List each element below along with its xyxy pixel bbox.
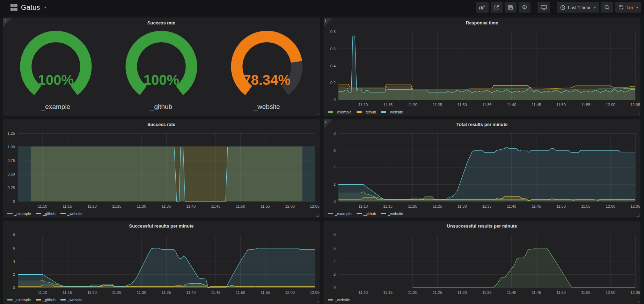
x-axis-label: 12:00 <box>606 290 615 295</box>
x-axis-label: 11:25 <box>433 290 442 295</box>
x-axis-label: 11:50 <box>236 204 245 208</box>
x-axis-label: 11:45 <box>211 204 220 208</box>
x-axis-label: 11:20 <box>87 290 97 295</box>
y-axis-label: 2 <box>334 182 336 186</box>
legend-label: _website <box>335 298 350 302</box>
gauge-website: 78.34% _website <box>214 28 320 116</box>
legend-label: _example <box>14 212 31 216</box>
panel-total-results: i Total results per minute 0246811:1011:… <box>323 119 641 218</box>
legend-item-_github[interactable]: _github <box>36 212 56 216</box>
chart-response-time[interactable]: 00.20.40.60.811:1011:1511:2011:2511:3011… <box>324 18 640 116</box>
x-axis-label: 11:25 <box>433 204 442 208</box>
x-axis-label: 11:20 <box>408 290 417 295</box>
panel-title[interactable]: Response time <box>324 20 640 25</box>
x-axis-label: 11:55 <box>581 290 591 295</box>
legend-swatch <box>60 299 66 301</box>
x-axis-label: 11:20 <box>408 103 417 107</box>
app-grid-icon[interactable] <box>10 4 17 11</box>
gauge-value: 100% <box>109 72 214 88</box>
x-axis-label: 11:50 <box>556 103 566 107</box>
legend-label: _github <box>364 110 376 114</box>
refresh-icon <box>619 5 624 10</box>
y-axis-label: 8 <box>13 233 15 237</box>
zoom-out-button[interactable] <box>601 2 613 13</box>
tv-mode-button[interactable] <box>537 2 550 13</box>
legend-label: _website <box>388 212 403 216</box>
legend-item-_website[interactable]: _website <box>328 298 350 302</box>
legend-item-_github[interactable]: _github <box>36 298 56 302</box>
x-axis-label: 11:30 <box>137 204 146 208</box>
legend-label: _example <box>14 298 31 302</box>
x-axis-label: 11:30 <box>137 290 146 295</box>
y-axis-label: 6 <box>13 246 15 250</box>
legend-label: _github <box>43 298 56 302</box>
legend-item-_example[interactable]: _example <box>328 110 352 114</box>
legend-item-_website[interactable]: _website <box>60 212 82 216</box>
legend-swatch <box>60 213 66 214</box>
panel-title[interactable]: Success rate <box>3 20 320 25</box>
chart-success-rate[interactable]: 00.250.500.751.001.2511:1011:1511:2011:2… <box>3 119 320 217</box>
x-axis-label: 11:50 <box>556 290 566 295</box>
x-axis-label: 11:20 <box>87 204 97 208</box>
x-axis-label: 11:45 <box>532 103 541 107</box>
legend-item-_github[interactable]: _github <box>357 110 376 114</box>
time-range-label: Last 1 hour <box>568 5 591 10</box>
time-range-picker[interactable]: Last 1 hour ▾ <box>557 2 599 13</box>
panel-title[interactable]: Successful results per minute <box>3 223 320 229</box>
caret-down-icon[interactable]: ▾ <box>44 5 46 10</box>
legend-item-_github[interactable]: _github <box>357 212 376 216</box>
chart-successful-results[interactable]: 0246811:1011:1511:2011:2511:3011:3511:40… <box>3 221 320 304</box>
x-axis-label: 11:45 <box>532 290 541 295</box>
x-axis-label: 11:15 <box>383 290 393 295</box>
legend-item-_example[interactable]: _example <box>328 212 352 216</box>
caret-down-icon: ▾ <box>636 5 638 10</box>
legend-label: _website <box>67 298 82 302</box>
x-axis-label: 12:05 <box>630 103 640 107</box>
x-axis-label: 11:15 <box>383 103 393 107</box>
gauge-label: _github <box>109 103 214 111</box>
x-axis-label: 11:10 <box>38 204 47 208</box>
x-axis-label: 11:50 <box>556 204 566 208</box>
legend-item-_example[interactable]: _example <box>7 298 31 302</box>
save-button[interactable] <box>505 2 517 13</box>
panel-successful-results: Successful results per minute 0246811:10… <box>3 221 320 304</box>
chart-legend: _example_github_website <box>328 110 403 114</box>
y-axis-label: 0 <box>13 286 15 290</box>
chart-unsuccessful-results[interactable]: 0246811:1011:1511:2011:2511:3011:3511:40… <box>324 221 640 304</box>
settings-button[interactable]: ⚙ <box>519 2 530 13</box>
add-panel-button[interactable] <box>476 2 489 13</box>
gauge-value: 78.34% <box>214 72 320 88</box>
x-axis-label: 12:05 <box>630 204 640 208</box>
legend-item-_website[interactable]: _website <box>381 110 403 114</box>
share-button[interactable] <box>491 2 503 13</box>
panel-title[interactable]: Total results per minute <box>324 122 640 127</box>
y-axis-label: 2 <box>13 272 15 276</box>
x-axis-label: 11:40 <box>507 103 516 107</box>
x-axis-label: 12:00 <box>285 290 295 295</box>
x-axis-label: 11:15 <box>63 204 72 208</box>
panel-info-icon[interactable]: i <box>324 119 333 128</box>
panel-title[interactable]: Unsuccessful results per minute <box>324 223 640 229</box>
x-axis-label: 11:30 <box>458 290 467 295</box>
add-panel-icon <box>479 5 485 10</box>
panel-info-icon[interactable]: i <box>3 18 12 27</box>
x-axis-label: 11:20 <box>408 204 417 208</box>
save-icon <box>508 5 513 10</box>
legend-item-_website[interactable]: _website <box>60 298 82 302</box>
refresh-picker[interactable]: 1m ▾ <box>615 2 641 13</box>
series-area-_website <box>18 248 315 288</box>
legend-label: _website <box>67 212 82 216</box>
legend-item-_website[interactable]: _website <box>381 212 403 216</box>
legend-label: _website <box>388 110 403 114</box>
y-axis-label: 1.00 <box>8 145 15 149</box>
y-axis-label: 2 <box>334 272 336 276</box>
chart-total-results[interactable]: 0246811:1011:1511:2011:2511:3011:3511:40… <box>324 119 640 217</box>
x-axis-label: 11:25 <box>112 290 122 295</box>
legend-swatch <box>328 213 333 214</box>
legend-item-_example[interactable]: _example <box>7 212 31 216</box>
dashboard-title[interactable]: Gatus <box>21 3 40 12</box>
legend-label: _example <box>335 110 352 114</box>
y-axis-label: 0.25 <box>8 186 15 190</box>
panel-title[interactable]: Success rate <box>3 122 320 127</box>
panel-info-icon[interactable]: i <box>324 18 333 27</box>
